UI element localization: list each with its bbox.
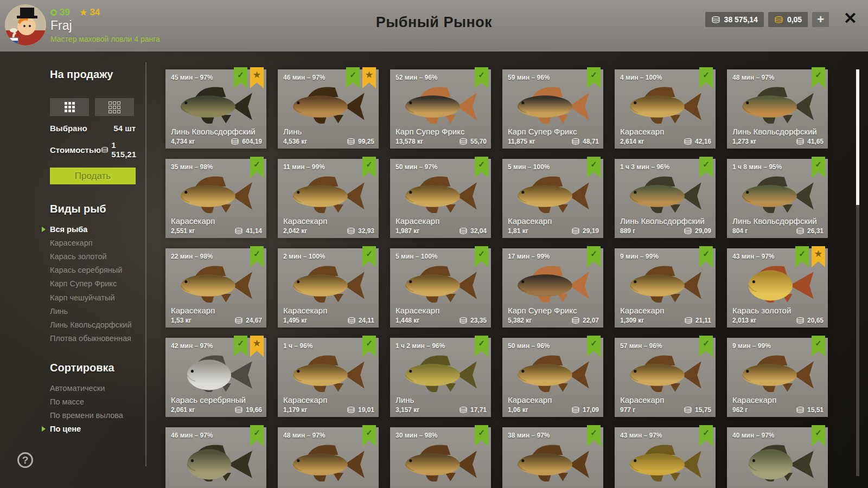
fish-card[interactable]: 48 мин – 97%✓ [278,427,379,488]
fish-market-screen: 39 ★ 34 Fraj Мастер маховой ловли 4 ранг… [0,0,868,488]
species-item[interactable]: Карп Супер Фрикс [50,279,136,288]
fish-card[interactable]: 11 мин – 99%✓Карасекарп2,042 кг32,93 [278,159,379,238]
fish-image [170,349,262,399]
fish-price-value: 22,07 [583,317,599,324]
species-item-label: Карась золотой [50,252,107,261]
fish-price: 48,71 [571,138,599,145]
fish-image [731,259,824,309]
silver-coin-icon [796,407,805,413]
fish-weight: 4,536 кг [283,138,307,145]
silver-balance-badge[interactable]: 38 575,14 [705,12,764,27]
fish-price: 24,11 [347,317,374,324]
fish-card[interactable]: 35 мин – 98%✓Карасекарп2,551 кг41,14 [165,159,266,238]
fish-price: 17,09 [571,406,599,414]
selected-row: Выбрано 54 шт [50,124,136,133]
small-grid-icon [108,101,120,113]
sort-section-title: Сортировка [50,362,136,374]
card-bottom-row: 2,013 кг20,65 [732,317,824,324]
fish-card[interactable]: 1 ч – 96%✓Карасекарп1,179 кг19,01 [278,338,379,417]
fish-image [507,438,599,488]
species-item[interactable]: Карп чешуйчатый [50,293,136,303]
fish-card[interactable]: 2 мин – 100%✓Карасекарп1,495 кг24,11 [278,248,379,328]
add-money-button[interactable]: + [812,12,829,27]
fish-card[interactable]: 9 мин – 99%✓Карасекарп962 г15,51 [727,338,828,417]
sort-option-label: Автоматически [50,384,105,393]
fish-image [170,259,262,309]
fish-card[interactable]: 57 мин – 96%✓Карасекарп977 г15,75 [615,338,716,417]
sort-option[interactable]: По времени вылова [50,411,136,420]
fish-name: Карасекарп [620,395,664,404]
fish-card[interactable]: 17 мин – 99%✓Карп Супер Фрикс5,382 кг22,… [502,248,603,328]
sort-option[interactable]: По цене [50,425,136,434]
sort-option-label: По времени вылова [50,411,123,420]
fish-card[interactable]: 4 мин – 100%✓Карасекарп2,614 кг42,16 [615,69,716,149]
fish-card[interactable]: 9 мин – 99%✓Карасекарп1,309 кг21,11 [615,248,716,328]
fish-card[interactable]: 46 мин – 97%✓★Линь4,536 кг99,25 [278,69,379,149]
view-toggle-small-grid[interactable] [95,98,134,116]
fish-price: 22,07 [571,317,599,324]
fish-price: 55,70 [459,138,487,145]
fish-card[interactable]: 50 мин – 97%✓Карасекарп1,987 кг32,04 [390,159,491,238]
fish-card[interactable]: 42 мин – 97%✓★Карась серебряный2,061 кг1… [165,338,266,417]
fish-weight: 1,273 кг [732,138,756,145]
species-item[interactable]: Карась золотой [50,252,136,261]
card-bottom-row: 3,157 кг17,71 [395,406,487,414]
fish-card[interactable]: 46 мин – 97%✓ [165,427,266,488]
fish-price-value: 604,19 [242,138,262,145]
species-item[interactable]: Вся рыба [50,225,136,234]
fish-card[interactable]: 40 мин – 97%✓ [727,427,828,488]
fish-weight: 1,309 кг [620,317,644,324]
fish-card[interactable]: 50 мин – 96%✓Карасекарп1,06 кг17,09 [502,338,603,417]
fish-card[interactable]: 43 мин – 97%✓★Карась золотой2,013 кг20,6… [727,248,828,328]
fish-card[interactable]: 59 мин – 96%✓Карп Супер Фрикс11,875 кг48… [502,69,603,149]
fish-card[interactable]: 1 ч 3 мин – 96%✓Линь Квольсдорфский889 г… [615,159,716,238]
close-button[interactable]: ✕ [844,9,857,28]
fish-card[interactable]: 48 мин – 97%✓Линь Квольсдорфский1,273 кг… [727,69,828,149]
species-item[interactable]: Линь [50,307,136,316]
sort-option[interactable]: Автоматически [50,384,136,393]
fish-weight: 4,734 кг [171,138,195,145]
fish-price-value: 29,19 [583,227,599,235]
fish-price-value: 23,35 [470,317,487,324]
card-bottom-row: 962 г15,51 [732,406,824,414]
fish-image [394,259,487,309]
fish-price-value: 29,09 [695,227,711,235]
fish-card[interactable]: 43 мин – 97%✓ [615,427,716,488]
silver-coin-icon [796,138,805,145]
fish-weight: 977 г [620,406,635,414]
fish-price: 29,09 [684,227,711,235]
fish-card[interactable]: 1 ч 8 мин – 95%✓Линь Квольсдорфский804 г… [727,159,828,238]
fish-card[interactable]: 22 мин – 98%✓Карасекарп1,53 кг24,67 [165,248,266,328]
selected-arrow-icon [42,426,46,432]
scrollbar-thumb[interactable] [856,69,859,205]
scrollbar-track[interactable] [856,69,859,476]
help-button[interactable]: ? [17,452,33,468]
fish-price-value: 41,65 [807,138,824,145]
fish-price: 24,67 [234,317,262,324]
view-toggle-large-grid[interactable] [50,98,89,116]
species-item[interactable]: Карась серебряный [50,266,136,275]
species-item[interactable]: Плотва обыкновенная [50,334,136,343]
sort-option[interactable]: По массе [50,397,136,407]
fish-weight: 2,013 кг [732,317,756,324]
sell-button[interactable]: Продать [50,168,136,184]
species-item[interactable]: Карасекарп [50,239,136,248]
fish-weight: 1,179 кг [283,406,307,414]
fish-card[interactable]: 38 мин – 97%✓ [502,427,603,488]
balances: 38 575,14 0,05 + [705,12,829,27]
fish-card[interactable]: 5 мин – 100%✓Карасекарп1,448 кг23,35 [390,248,491,328]
fish-card[interactable]: 52 мин – 96%✓Карп Супер Фрикс13,578 кг55… [390,69,491,149]
fish-card[interactable]: 30 мин – 98%✓ [390,427,491,488]
species-item-label: Карп Супер Фрикс [50,279,117,288]
fish-card[interactable]: 45 мин – 97%✓★Линь Квольсдорфский4,734 к… [165,69,266,149]
card-bottom-row: 13,578 кг55,70 [395,138,487,145]
card-bottom-row: 2,551 кг41,14 [171,227,262,235]
fish-name: Карп Супер Фрикс [508,127,577,136]
fish-card[interactable]: 1 ч 2 мин – 96%✓Линь3,157 кг17,71 [390,338,491,417]
gold-balance-badge[interactable]: 0,05 [768,12,808,27]
species-item[interactable]: Линь Квольсдорфский [50,320,136,330]
fish-image [619,349,711,399]
fish-card[interactable]: 5 мин – 100%✓Карасекарп1,81 кг29,19 [502,159,603,238]
fish-price: 41,14 [234,227,262,235]
fish-name: Карасекарп [620,306,664,315]
